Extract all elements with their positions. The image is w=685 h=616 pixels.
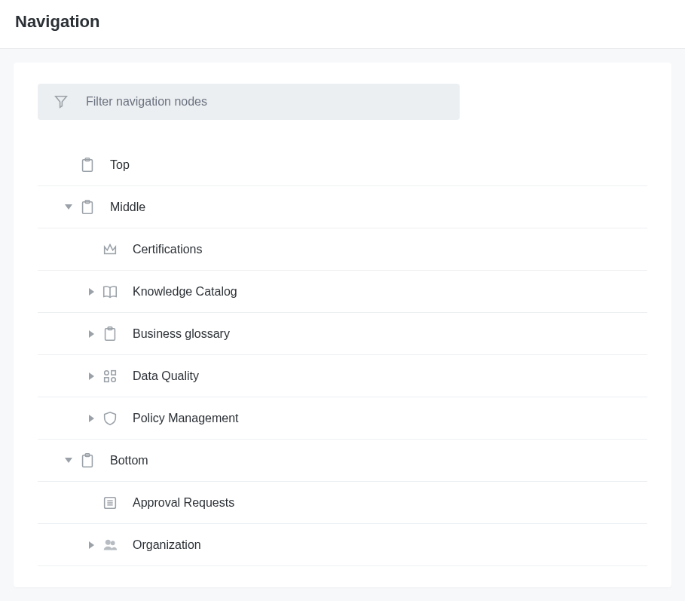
svg-point-10 [112,377,116,382]
clipboard-icon [79,157,96,173]
tree-node-label: Bottom [110,454,148,467]
chevron-right-icon[interactable] [81,372,101,380]
chevron-right-icon[interactable] [81,288,101,296]
tree-node-certifications[interactable]: Certifications [38,228,647,271]
tree-node-knowledge-catalog[interactable]: Knowledge Catalog [38,271,647,313]
tree-node-approval-requests[interactable]: Approval Requests [38,482,647,524]
clipboard-icon [79,199,96,216]
page-title: Navigation [0,0,685,48]
filter-input-wrapper[interactable] [38,84,460,120]
tree-node-label: Business glossary [133,327,230,341]
tree-node-middle[interactable]: Middle [38,186,647,228]
tree-node-business-glossary[interactable]: Business glossary [38,313,647,355]
shield-icon [102,410,118,427]
list-icon [102,495,118,511]
clipboard-icon [102,326,118,342]
book-open-icon [102,283,118,300]
svg-point-7 [105,370,109,375]
navigation-card: Top Middle [14,63,671,587]
navigation-tree: Top Middle [38,144,647,566]
clipboard-icon [79,452,96,469]
filter-input[interactable] [84,94,445,109]
tree-node-label: Data Quality [133,369,199,383]
svg-point-18 [112,541,115,544]
chevron-right-icon[interactable] [81,541,101,549]
crown-icon [102,241,118,258]
chevron-down-icon[interactable] [59,458,78,463]
svg-rect-8 [112,370,116,375]
tree-node-label: Policy Management [133,412,239,425]
tree-node-label: Approval Requests [133,496,234,510]
tree-node-bottom[interactable]: Bottom [38,440,647,482]
chevron-right-icon[interactable] [81,415,101,422]
chevron-down-icon[interactable] [59,204,78,210]
tree-node-label: Knowledge Catalog [133,285,237,299]
svg-point-17 [106,540,111,544]
tree-node-label: Organization [133,538,201,552]
tree-node-policy-management[interactable]: Policy Management [38,397,647,440]
funnel-icon [53,93,69,110]
tree-node-organization[interactable]: Organization [38,524,647,566]
chevron-right-icon[interactable] [81,330,101,338]
tree-node-label: Top [110,158,130,172]
tree-node-label: Certifications [133,243,202,256]
tree-node-top[interactable]: Top [38,144,647,186]
svg-rect-9 [105,377,109,382]
people-icon [102,537,118,553]
tree-node-label: Middle [110,201,145,214]
shapes-icon [102,368,118,385]
tree-node-data-quality[interactable]: Data Quality [38,355,647,397]
